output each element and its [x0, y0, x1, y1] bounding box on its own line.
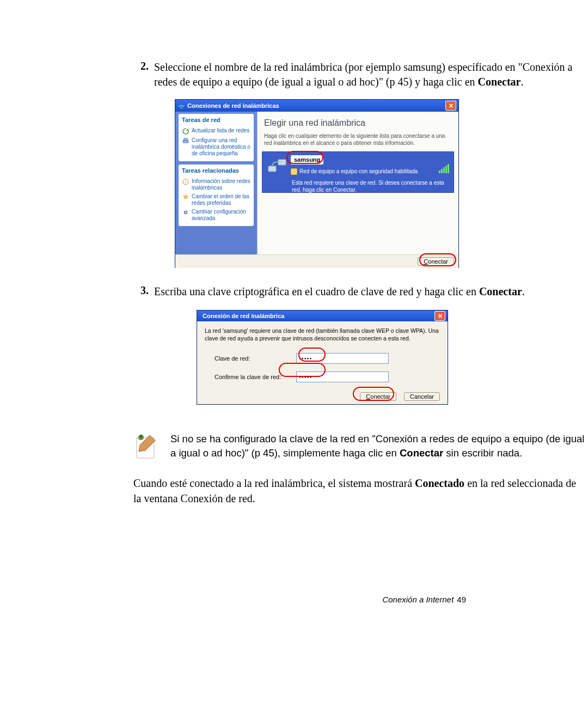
- svg-rect-8: [278, 160, 286, 165]
- signal-icon: [439, 164, 449, 173]
- choose-network-subtitle: Haga clic en cualquier elemento de la si…: [258, 132, 458, 151]
- info-icon: i: [182, 178, 189, 186]
- dialog-title: Conexión de red inalámbrica: [199, 312, 434, 320]
- window-title: Conexiones de red inalámbricas: [187, 102, 445, 110]
- choose-network-title: Elegir una red inalámbrica: [258, 112, 458, 132]
- step-2-text: Seleccione el nombre de la red inalámbri…: [149, 60, 585, 279]
- setup-network-link[interactable]: Configurar una red inalámbrica doméstica…: [182, 136, 250, 158]
- network-item-samsung[interactable]: samsung Red de equipo a equipo con segur…: [262, 151, 454, 193]
- connect-button[interactable]: Conectar: [418, 257, 454, 266]
- dialog-text: La red 'samsung' requiere una clave de r…: [205, 327, 440, 342]
- page-footer: Conexión a Internet49: [382, 595, 466, 604]
- network-key-label: Clave de red:: [205, 355, 296, 363]
- info-link[interactable]: iInformación sobre redes inalámbricas: [182, 177, 250, 192]
- step-number-2: 2.: [133, 60, 149, 279]
- svg-text:i: i: [185, 180, 186, 185]
- note-block: Si no se ha configurado la clave de la r…: [133, 432, 585, 460]
- step-3-text: Escriba una clave criptográfica en el cu…: [149, 284, 585, 405]
- network-key-input[interactable]: •••••: [296, 353, 389, 364]
- svg-point-6: [185, 212, 186, 213]
- network-key-dialog: Conexión de red inalámbrica ✕ La red 'sa…: [197, 310, 448, 405]
- gear-icon: [182, 209, 189, 216]
- step-number-3: 3.: [133, 284, 149, 405]
- networks-panel: Elegir una red inalámbrica Haga clic en …: [257, 112, 458, 254]
- wifi-icon: [177, 102, 185, 109]
- network-message: Esta red requiere una clave de red. Si d…: [267, 179, 449, 193]
- closing-paragraph: Cuando esté conectado a la red inalámbri…: [133, 476, 585, 506]
- confirm-key-label: Confirme la clave de red:: [205, 373, 296, 381]
- svg-rect-1: [183, 140, 188, 143]
- refresh-networks-link[interactable]: Actualizar lista de redes: [182, 126, 250, 136]
- svg-rect-2: [184, 138, 187, 140]
- svg-point-0: [181, 107, 182, 109]
- connect-button[interactable]: Conectar: [360, 392, 396, 401]
- svg-rect-7: [268, 166, 276, 172]
- cancel-button[interactable]: Cancelar: [404, 392, 440, 401]
- lock-icon: [291, 168, 297, 175]
- advanced-link[interactable]: Cambiar configuración avanzada: [182, 208, 250, 223]
- network-name: samsung: [291, 155, 323, 164]
- tasks-header: Tareas de red: [182, 116, 250, 124]
- note-icon: [133, 433, 158, 460]
- adhoc-icon: [267, 155, 287, 176]
- task-panel: Tareas de red Actualizar lista de redes …: [175, 112, 257, 254]
- related-tasks-header: Tareas relacionadas: [182, 167, 250, 175]
- close-icon[interactable]: ✕: [434, 311, 445, 321]
- close-icon[interactable]: ✕: [445, 101, 456, 111]
- note-text: Si no se ha configurado la clave de la r…: [170, 432, 585, 460]
- wireless-connections-window: Conexiones de red inalámbricas ✕ Tareas …: [175, 99, 459, 268]
- confirm-key-input[interactable]: •••••: [296, 371, 389, 382]
- reorder-link[interactable]: Cambiar el orden de las redes preferidas: [182, 192, 250, 208]
- star-icon: [182, 193, 189, 201]
- setup-icon: [182, 137, 189, 145]
- refresh-icon: [182, 127, 189, 135]
